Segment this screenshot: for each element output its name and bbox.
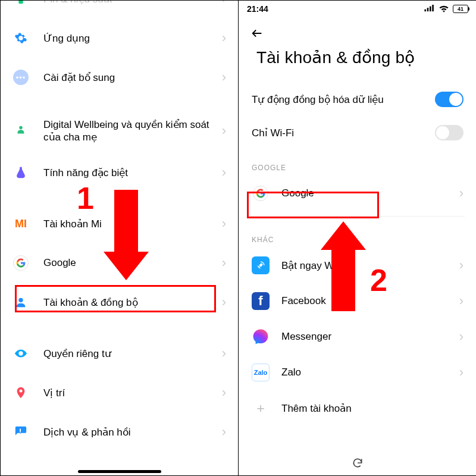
chevron-right-icon: › <box>222 424 226 440</box>
settings-row-label: Dịch vụ & phản hồi <box>43 426 222 439</box>
svg-rect-0 <box>18 1 23 4</box>
feedback-icon <box>12 424 29 440</box>
chevron-right-icon: › <box>459 293 464 309</box>
settings-row-label: Quyền riêng tư <box>43 347 222 360</box>
gear-icon <box>12 30 29 46</box>
account-row-label: Thêm tài khoản <box>281 402 464 415</box>
wifi-app-icon <box>252 256 270 274</box>
wifi-only-toggle[interactable] <box>435 125 464 140</box>
annotation-number-2: 2 <box>370 262 387 298</box>
google-icon <box>12 255 29 271</box>
chevron-right-icon: › <box>222 70 226 85</box>
chevron-right-icon: › <box>459 258 464 273</box>
facebook-icon: f <box>252 292 270 310</box>
status-bar: 21:44 41 <box>239 1 476 17</box>
settings-row-wellbeing[interactable]: Digital Wellbeing và quyền kiểm soát của… <box>1 109 238 153</box>
account-row-zalo[interactable]: Zalo Zalo › <box>239 355 476 390</box>
settings-row-special[interactable]: Tính năng đặc biệt › <box>1 153 238 192</box>
settings-row-label: Cài đặt bổ sung <box>43 71 222 84</box>
settings-row-label: Digital Wellbeing và quyền kiểm soát của… <box>43 118 222 144</box>
chevron-right-icon: › <box>222 1 226 7</box>
plus-icon: ＋ <box>252 399 270 417</box>
chevron-right-icon: › <box>222 346 226 361</box>
chevron-right-icon: › <box>222 385 226 400</box>
annotation-box-2 <box>247 192 379 218</box>
section-header-google: GOOGLE <box>239 149 476 176</box>
settings-row-feedback[interactable]: Dịch vụ & phản hồi › <box>1 412 238 452</box>
svg-point-8 <box>259 264 262 267</box>
pane-divider <box>238 1 239 475</box>
home-indicator[interactable] <box>78 470 161 473</box>
messenger-icon <box>252 328 270 346</box>
wifi-icon <box>439 4 449 14</box>
account-row-label: Zalo <box>281 367 459 378</box>
chevron-right-icon: › <box>222 295 226 310</box>
chevron-right-icon: › <box>222 165 226 180</box>
settings-row-apps[interactable]: Ứng dụng › <box>1 18 238 58</box>
back-button[interactable] <box>239 17 476 48</box>
chevron-right-icon: › <box>459 186 464 201</box>
autosync-toggle[interactable] <box>435 92 464 107</box>
account-row-messenger[interactable]: Messenger › <box>239 319 476 355</box>
page-title: Tài khoản & đồng bộ <box>239 48 476 83</box>
svg-rect-6 <box>430 7 431 12</box>
annotation-number-1: 1 <box>77 180 94 216</box>
status-time: 21:44 <box>247 4 268 14</box>
chevron-right-icon: › <box>222 216 226 231</box>
settings-row-label: Pin & hiệu suất <box>43 1 222 5</box>
signal-icon <box>424 4 435 14</box>
toggle-label: Tự động đồng bộ hóa dữ liệu <box>252 93 435 106</box>
svg-rect-4 <box>424 10 426 11</box>
toggle-row-wifi-only[interactable]: Chỉ Wi-Fi <box>239 116 476 149</box>
zalo-icon: Zalo <box>252 364 270 381</box>
eye-icon <box>12 345 29 362</box>
toggle-label: Chỉ Wi-Fi <box>252 127 435 139</box>
settings-row-battery[interactable]: Pin & hiệu suất › <box>1 1 238 18</box>
toggle-row-autosync[interactable]: Tự động đồng bộ hóa dữ liệu <box>239 83 476 116</box>
account-row-label: Messenger <box>281 331 459 343</box>
svg-rect-5 <box>427 8 429 11</box>
chevron-right-icon: › <box>222 30 226 46</box>
flask-icon <box>12 164 29 181</box>
settings-row-label: Ứng dụng <box>43 32 222 45</box>
battery-icon: 41 <box>453 5 468 13</box>
chevron-right-icon: › <box>459 365 464 380</box>
settings-row-extra[interactable]: ••• Cài đặt bổ sung › <box>1 58 238 97</box>
annotation-arrow-up <box>320 221 367 311</box>
settings-row-location[interactable]: Vị trí › <box>1 373 238 412</box>
mi-logo-icon: MI <box>12 215 29 232</box>
chevron-right-icon: › <box>459 329 464 345</box>
settings-row-privacy[interactable]: Quyền riêng tư › <box>1 334 238 373</box>
sync-icon[interactable] <box>352 457 364 472</box>
settings-row-label: Vị trí <box>43 387 222 399</box>
annotation-box-1 <box>15 285 216 312</box>
svg-rect-7 <box>432 5 434 11</box>
annotation-arrow-down <box>102 190 150 279</box>
account-row-add[interactable]: ＋ Thêm tài khoản <box>239 390 476 426</box>
chevron-right-icon: › <box>222 255 226 271</box>
svg-point-2 <box>19 126 23 130</box>
wellbeing-icon <box>12 123 29 139</box>
chevron-right-icon: › <box>222 123 226 139</box>
settings-row-label: Tính năng đặc biệt <box>43 167 222 179</box>
location-icon <box>12 384 29 401</box>
dots-icon: ••• <box>12 69 29 86</box>
battery-icon <box>12 1 29 7</box>
